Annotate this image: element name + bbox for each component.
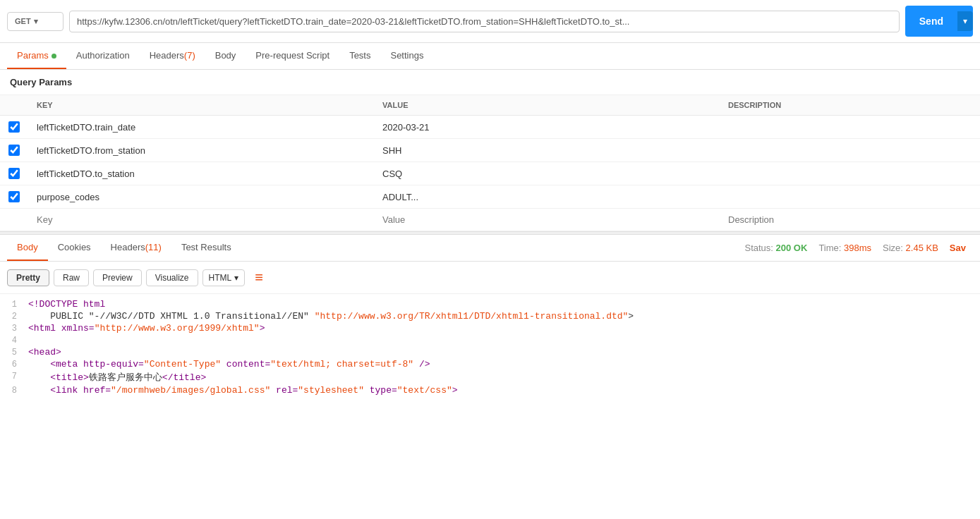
new-value-input[interactable] [382,214,711,225]
code-area: 1<!DOCTYPE html2 PUBLIC "-//W3C//DTD XHT… [0,294,980,401]
send-main-button[interactable]: Send [905,11,957,32]
line-content: <meta http-equiv="Content-Type" content=… [28,359,980,370]
new-key-input[interactable] [37,214,365,225]
table-row: purpose_codes ADULT... [0,185,980,209]
code-string: "stylesheet" [298,385,364,396]
code-text: 铁路客户服务中心 [89,372,162,383]
placeholder-desc[interactable] [720,209,980,231]
row-key: purpose_codes [28,185,374,209]
line-number: 4 [0,335,28,346]
line-content: <title>铁路客户服务中心</title> [28,371,980,384]
line-number: 6 [0,359,28,370]
response-tab-headers[interactable]: Headers(11) [101,235,171,261]
row-checkbox-cell [0,139,28,162]
code-text [28,359,50,370]
response-tab-cookies[interactable]: Cookies [48,235,101,261]
send-button[interactable]: Send ▾ [905,6,973,37]
row-description [720,139,980,162]
col-desc-header: DESCRIPTION [720,95,980,116]
code-tag: > [260,323,265,334]
send-dropdown-button[interactable]: ▾ [957,11,973,31]
row-key: leftTicketDTO.to_station [28,162,374,185]
response-tab-body[interactable]: Body [7,235,48,261]
code-line: 6 <meta http-equiv="Content-Type" conten… [0,358,980,370]
code-line: 7 <title>铁路客户服务中心</title> [0,370,980,384]
code-string: "text/css" [397,385,452,396]
code-tag: <title> [50,372,89,383]
format-btn-pretty[interactable]: Pretty [7,269,49,286]
code-line: 8 <link href="/mormhweb/images/global.cs… [0,384,980,396]
row-checkbox-2[interactable] [8,168,20,179]
row-checkbox-cell [0,162,28,185]
code-tag: rel= [270,385,298,396]
code-bracket: > [628,311,634,322]
row-value: SHH [374,139,720,162]
row-value: 2020-03-21 [374,116,720,139]
row-checkbox-cell [0,116,28,139]
format-type-arrow-icon: ▾ [234,273,238,283]
wrap-button[interactable]: ≡ [249,267,269,288]
code-tag: > [452,385,458,396]
placeholder-check-cell [0,209,28,231]
tab-headers[interactable]: Headers(7) [140,43,205,69]
code-line: 3<html xmlns="http://www.w3.org/1999/xht… [0,322,980,334]
row-key: leftTicketDTO.train_date [28,116,374,139]
params-dot [52,54,56,59]
code-tag: content= [221,359,270,370]
line-content: <!DOCTYPE html [28,299,980,310]
tab-prerequest[interactable]: Pre-request Script [246,43,339,69]
method-select[interactable]: GET ▾ [7,12,63,31]
format-btn-preview[interactable]: Preview [93,269,142,286]
tab-settings[interactable]: Settings [380,43,433,69]
code-tag: </title> [162,372,206,383]
line-number: 2 [0,311,28,322]
format-bar: Pretty Raw Preview Visualize HTML ▾ ≡ [0,262,980,294]
code-text: PUBLIC "-//W3C//DTD XHTML 1.0 Transition… [28,311,315,322]
row-checkbox-0[interactable] [8,121,20,133]
format-btn-visualize[interactable]: Visualize [146,269,198,286]
row-description [720,185,980,209]
code-line: 5<head> [0,346,980,358]
col-check-header [0,95,28,116]
url-input[interactable] [69,11,900,32]
row-checkbox-3[interactable] [8,191,20,202]
response-tab-test-results[interactable]: Test Results [171,235,241,261]
code-string: "/mormhweb/images/global.css" [111,385,270,396]
tab-tests[interactable]: Tests [339,43,380,69]
save-response-button[interactable]: Sav [950,243,966,253]
code-tag: <meta http-equiv= [50,359,144,370]
row-checkbox-cell [0,185,28,209]
status-label: Status: 200 OK [744,243,807,253]
line-number: 5 [0,347,28,358]
format-btn-raw[interactable]: Raw [54,269,89,286]
placeholder-key[interactable] [28,209,374,231]
code-line: 4 [0,334,980,346]
table-row: leftTicketDTO.train_date 2020-03-21 [0,116,980,139]
tab-body[interactable]: Body [205,43,246,69]
request-tabs-bar: Params Authorization Headers(7) Body Pre… [0,43,980,70]
code-text [28,372,50,383]
format-type-select[interactable]: HTML ▾ [202,269,246,286]
col-key-header: KEY [28,95,374,116]
line-content: <html xmlns="http://www.w3.org/1999/xhtm… [28,323,980,334]
row-description [720,116,980,139]
tab-params[interactable]: Params [7,43,66,69]
new-desc-input[interactable] [728,214,972,225]
code-line: 2 PUBLIC "-//W3C//DTD XHTML 1.0 Transiti… [0,310,980,322]
code-text [28,385,50,396]
response-status: Status: 200 OK Time: 398ms Size: 2.45 KB… [744,243,973,253]
row-value: ADULT... [374,185,720,209]
params-table: KEY VALUE DESCRIPTION leftTicketDTO.trai… [0,95,980,231]
row-checkbox-1[interactable] [8,145,20,156]
row-description [720,162,980,185]
table-row: leftTicketDTO.to_station CSQ [0,162,980,185]
code-string: "text/html; charset=utf-8" [270,359,413,370]
line-number: 7 [0,371,28,381]
line-content: <head> [28,347,980,358]
placeholder-value[interactable] [374,209,720,231]
row-key: leftTicketDTO.from_station [28,139,374,162]
query-params-header: Query Params [0,70,980,95]
format-type-label: HTML [209,273,232,283]
code-string: "Content-Type" [144,359,221,370]
tab-authorization[interactable]: Authorization [66,43,140,69]
